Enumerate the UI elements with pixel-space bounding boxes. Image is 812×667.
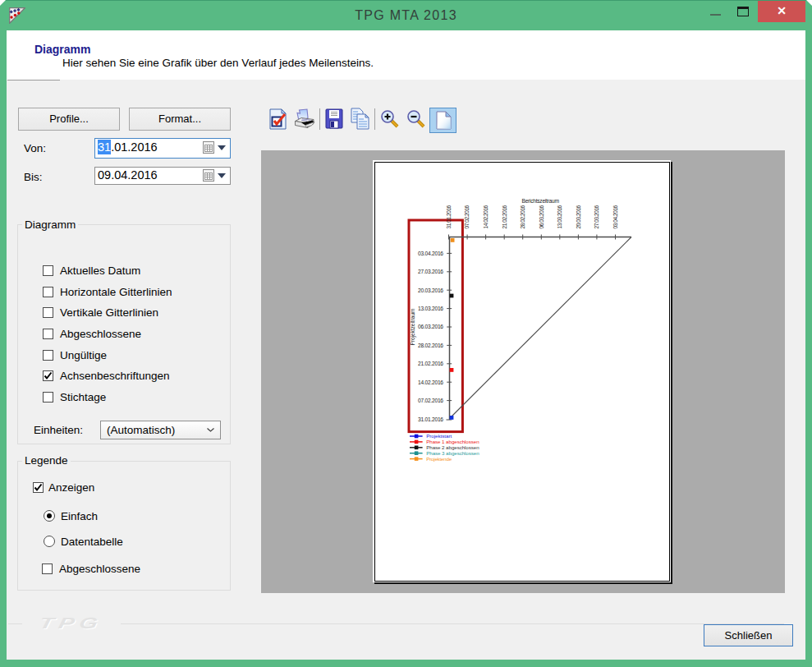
svg-text:21.02.2016: 21.02.2016	[502, 205, 507, 228]
svg-text:06.03.2016: 06.03.2016	[418, 324, 443, 329]
svg-text:28.02.2016: 28.02.2016	[520, 205, 525, 228]
svg-text:03.04.2016: 03.04.2016	[418, 251, 443, 256]
svg-text:13.03.2016: 13.03.2016	[418, 306, 443, 311]
svg-text:31.01.2016: 31.01.2016	[418, 416, 443, 422]
svg-text:07.02.2016: 07.02.2016	[464, 205, 470, 228]
svg-text:20.03.2016: 20.03.2016	[418, 288, 443, 293]
svg-text:20.03.2016: 20.03.2016	[576, 205, 581, 228]
svg-text:03.04.2016: 03.04.2016	[612, 205, 618, 228]
svg-text:13.03.2016: 13.03.2016	[557, 205, 562, 228]
svg-text:14.02.2016: 14.02.2016	[418, 380, 443, 385]
svg-text:Projektende: Projektende	[426, 456, 452, 462]
svg-text:28.02.2016: 28.02.2016	[418, 343, 443, 348]
svg-text:27.03.2016: 27.03.2016	[418, 269, 443, 274]
svg-text:07.02.2016: 07.02.2016	[418, 398, 443, 403]
svg-text:31.01.2016: 31.01.2016	[446, 205, 452, 228]
svg-text:06.03.2016: 06.03.2016	[539, 205, 544, 228]
svg-text:Berichtszeitraum: Berichtszeitraum	[522, 198, 560, 204]
svg-text:21.02.2016: 21.02.2016	[418, 361, 443, 366]
svg-text:Projektzeitraum: Projektzeitraum	[410, 308, 416, 346]
svg-text:27.03.2016: 27.03.2016	[594, 205, 599, 228]
svg-text:14.02.2016: 14.02.2016	[483, 205, 489, 228]
